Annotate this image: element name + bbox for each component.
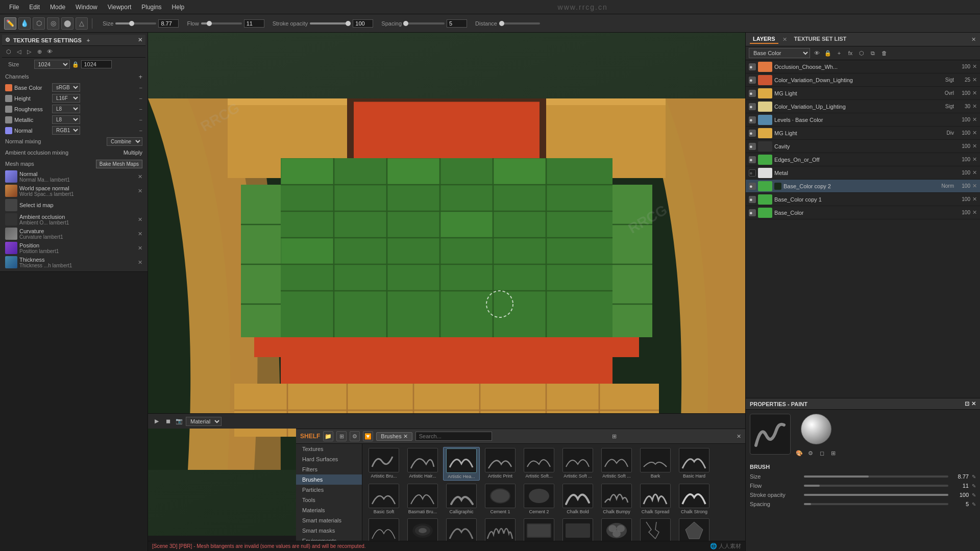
normal-format[interactable]: RGB16F xyxy=(52,126,80,135)
brush-basmati[interactable]: Basmati Bru... xyxy=(404,483,441,515)
roughness-format[interactable]: L8 xyxy=(52,105,80,113)
brush-square-icon[interactable]: ◻ xyxy=(817,448,826,458)
brush-artistic-soft-1[interactable]: Artistic Soft... xyxy=(521,447,557,481)
brush-tool-btn[interactable]: ✏️ xyxy=(4,17,16,30)
prop-stroke-opacity-edit[interactable]: ✎ xyxy=(972,492,976,498)
prop-size-edit[interactable]: ✎ xyxy=(972,474,976,480)
layer-cvd-close[interactable]: ✕ xyxy=(972,77,977,83)
layer-mg-light-2[interactable]: ● MG Light Div 100 ✕ xyxy=(746,127,980,140)
layer-bc-vis[interactable]: ● xyxy=(749,209,756,216)
mm-position-close[interactable]: ✕ xyxy=(138,245,142,252)
nav-icon-5[interactable]: 👁 xyxy=(45,47,54,56)
layer-occlusion-close[interactable]: ✕ xyxy=(972,63,977,70)
layers-close-btn[interactable]: ✕ xyxy=(971,36,976,43)
layer-bcc2-close[interactable]: ✕ xyxy=(972,183,977,189)
layer-mgl2-vis[interactable]: ● xyxy=(749,130,756,137)
layer-mgl2-close[interactable]: ✕ xyxy=(972,130,977,136)
layers-tab[interactable]: LAYERS xyxy=(750,35,778,44)
normal-mixing-select[interactable]: Combine xyxy=(107,137,142,146)
layer-cvu-vis[interactable]: ● xyxy=(749,103,756,110)
spacing-input[interactable] xyxy=(447,19,467,28)
layer-fx-icon[interactable]: fx xyxy=(846,48,855,58)
viewport-icon-1[interactable]: ▶ xyxy=(152,417,161,426)
brush-artistic-print[interactable]: Artistic Print xyxy=(482,447,519,481)
shelf-cat-smart-masks[interactable]: Smart masks xyxy=(296,525,362,536)
viewport[interactable]: Y X Z RRCG RRCG ▶ ◼ 📷 Material SHELF 📁 xyxy=(148,33,745,551)
brush-artistic-hea[interactable]: Artistic Hea... xyxy=(443,447,480,481)
layer-eye-icon[interactable]: 👁 xyxy=(812,48,821,58)
shelf-cat-tools[interactable]: Tools xyxy=(296,495,362,505)
prop-spacing-slider[interactable] xyxy=(804,503,948,505)
properties-paint-expand[interactable]: ⊡ xyxy=(965,400,969,407)
distance-slider[interactable] xyxy=(499,22,540,24)
prop-spacing-edit[interactable]: ✎ xyxy=(972,502,976,507)
brush-chalk-spread[interactable]: Chalk Spread xyxy=(637,483,674,515)
shelf-cat-hard-surfaces[interactable]: Hard Surfaces xyxy=(296,454,362,464)
layer-cav-close[interactable]: ✕ xyxy=(972,143,977,149)
shelf-maximize-btn[interactable]: ✕ xyxy=(737,433,741,440)
prop-stroke-opacity-slider[interactable] xyxy=(804,494,948,496)
brush-basic-soft[interactable]: Basic Soft xyxy=(365,483,402,515)
mm-wsn-close[interactable]: ✕ xyxy=(138,188,142,194)
nav-icon-2[interactable]: ◁ xyxy=(14,47,23,56)
size-select[interactable]: 1024 xyxy=(34,60,70,69)
add-channel-btn[interactable]: + xyxy=(138,73,142,81)
stroke-opacity-slider[interactable] xyxy=(310,22,351,24)
viewport-icon-2[interactable]: ◼ xyxy=(163,417,173,426)
shelf-cat-brushes[interactable]: Brushes xyxy=(296,474,362,485)
layer-bcc1-close[interactable]: ✕ xyxy=(972,196,977,203)
brush-scatter-icon[interactable]: ⊞ xyxy=(828,448,838,458)
brush-artistic-hair[interactable]: Artistic Hair... xyxy=(404,447,441,481)
brush-chalk-bold[interactable]: Chalk Bold xyxy=(559,483,596,515)
layer-bc-close[interactable]: ✕ xyxy=(972,209,977,216)
size-lock-icon[interactable]: 🔒 xyxy=(72,61,79,68)
layer-cav-vis[interactable]: ● xyxy=(749,143,756,150)
material-select[interactable]: Material xyxy=(186,417,222,426)
normal-minus[interactable]: − xyxy=(139,128,142,134)
layer-met-close[interactable]: ✕ xyxy=(972,169,977,176)
height-minus[interactable]: − xyxy=(139,95,142,102)
layer-bcc2-vis[interactable]: ● xyxy=(749,183,756,190)
stroke-opacity-input[interactable] xyxy=(353,19,373,28)
layer-mgl1-vis[interactable]: ● xyxy=(749,90,756,97)
layer-edg-vis[interactable]: ● xyxy=(749,156,756,163)
layer-base-color-copy-1[interactable]: ● Base_Color copy 1 100 ✕ xyxy=(746,193,980,206)
eraser-tool-btn[interactable]: ⬡ xyxy=(33,17,45,30)
layer-cvu-close[interactable]: ✕ xyxy=(972,103,977,110)
prop-flow-slider[interactable] xyxy=(804,485,948,487)
layer-occlusion[interactable]: ● Occlusion_Choose_Wh... 100 ✕ xyxy=(746,60,980,73)
smudge-tool-btn[interactable]: 💧 xyxy=(18,17,31,30)
metallic-minus[interactable]: − xyxy=(139,117,142,123)
clone-tool-btn[interactable]: ◎ xyxy=(47,17,59,30)
size-input[interactable] xyxy=(158,19,179,28)
height-format[interactable]: L16F xyxy=(52,94,80,103)
roughness-minus[interactable]: − xyxy=(139,106,142,112)
layer-lbc-close[interactable]: ✕ xyxy=(972,116,977,123)
layer-levels-base-color[interactable]: ● Levels · Base Color 100 ✕ xyxy=(746,113,980,127)
properties-paint-close[interactable]: ✕ xyxy=(971,400,976,407)
mm-curvature-close[interactable]: ✕ xyxy=(138,231,142,237)
menu-help[interactable]: Help xyxy=(167,2,190,13)
shelf-cat-materials[interactable]: Materials xyxy=(296,505,362,515)
polygon-tool-btn[interactable]: △ xyxy=(76,17,88,30)
layer-bcc1-vis[interactable]: ● xyxy=(749,196,756,203)
layer-mg-light-1[interactable]: ● MG Light Ovrl 100 ✕ xyxy=(746,87,980,100)
shelf-active-tab[interactable]: Brushes ✕ xyxy=(376,432,412,441)
metallic-format[interactable]: L8 xyxy=(52,115,80,124)
shelf-cat-filters[interactable]: Filters xyxy=(296,464,362,474)
shelf-folder-btn[interactable]: 📁 xyxy=(323,431,333,441)
nav-icon-1[interactable]: ⬡ xyxy=(4,47,13,56)
brush-bark[interactable]: Bark xyxy=(637,447,674,481)
flow-input[interactable] xyxy=(244,19,264,28)
nav-icon-4[interactable]: ⊕ xyxy=(35,47,44,56)
brush-cement-2[interactable]: Cement 2 xyxy=(521,483,557,515)
shelf-cat-smart-materials[interactable]: Smart materials xyxy=(296,515,362,525)
spacing-slider[interactable] xyxy=(404,22,445,24)
layer-cavity[interactable]: ● Cavity 100 ✕ xyxy=(746,140,980,153)
mm-normal-close[interactable]: ✕ xyxy=(138,173,142,180)
base-color-channel-select[interactable]: Base Color xyxy=(749,48,810,58)
layer-copy-icon[interactable]: ⧉ xyxy=(868,48,877,58)
base-color-minus[interactable]: − xyxy=(139,85,142,91)
layer-mgl1-close[interactable]: ✕ xyxy=(972,90,977,96)
layer-lock-icon[interactable]: 🔒 xyxy=(823,48,832,58)
